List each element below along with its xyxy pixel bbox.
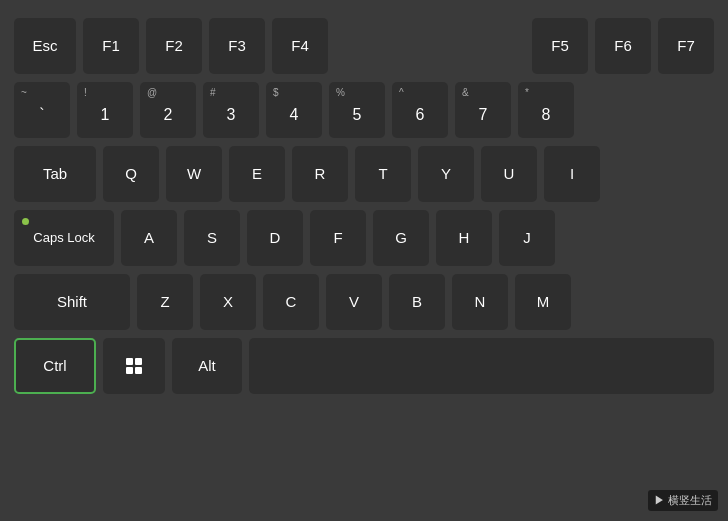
- key-s[interactable]: S: [184, 210, 240, 266]
- key-m[interactable]: M: [515, 274, 571, 330]
- key-f2[interactable]: F2: [146, 18, 202, 74]
- key-6[interactable]: ^ 6: [392, 82, 448, 138]
- key-2[interactable]: @ 2: [140, 82, 196, 138]
- asdf-row: Caps Lock A S D F G H J: [14, 210, 714, 266]
- watermark: ▶ 横竖生活: [648, 490, 718, 511]
- key-f[interactable]: F: [310, 210, 366, 266]
- key-y[interactable]: Y: [418, 146, 474, 202]
- key-v[interactable]: V: [326, 274, 382, 330]
- key-t[interactable]: T: [355, 146, 411, 202]
- key-backtick[interactable]: ~ `: [14, 82, 70, 138]
- key-b[interactable]: B: [389, 274, 445, 330]
- qwerty-row: Tab Q W E R T Y U I: [14, 146, 714, 202]
- key-d[interactable]: D: [247, 210, 303, 266]
- key-n[interactable]: N: [452, 274, 508, 330]
- bottom-row: Ctrl Alt: [14, 338, 714, 394]
- key-8[interactable]: * 8: [518, 82, 574, 138]
- key-f5[interactable]: F5: [532, 18, 588, 74]
- key-win[interactable]: [103, 338, 165, 394]
- key-f7[interactable]: F7: [658, 18, 714, 74]
- number-row: ~ ` ! 1 @ 2 # 3 $ 4 % 5 ^ 6 & 7: [14, 82, 714, 138]
- key-esc[interactable]: Esc: [14, 18, 76, 74]
- key-x[interactable]: X: [200, 274, 256, 330]
- key-g[interactable]: G: [373, 210, 429, 266]
- key-tab[interactable]: Tab: [14, 146, 96, 202]
- key-4[interactable]: $ 4: [266, 82, 322, 138]
- key-i[interactable]: I: [544, 146, 600, 202]
- key-q[interactable]: Q: [103, 146, 159, 202]
- key-7[interactable]: & 7: [455, 82, 511, 138]
- capslock-indicator: [22, 218, 29, 225]
- key-r[interactable]: R: [292, 146, 348, 202]
- key-f3[interactable]: F3: [209, 18, 265, 74]
- key-w[interactable]: W: [166, 146, 222, 202]
- key-f4[interactable]: F4: [272, 18, 328, 74]
- key-f1[interactable]: F1: [83, 18, 139, 74]
- keyboard: Esc F1 F2 F3 F4 F5 F6 F7 ~ ` ! 1 @ 2 # 3…: [0, 0, 728, 521]
- key-e[interactable]: E: [229, 146, 285, 202]
- key-5[interactable]: % 5: [329, 82, 385, 138]
- key-ctrl[interactable]: Ctrl: [14, 338, 96, 394]
- windows-icon: [126, 358, 142, 374]
- function-row: Esc F1 F2 F3 F4 F5 F6 F7: [14, 18, 714, 74]
- key-u[interactable]: U: [481, 146, 537, 202]
- key-a[interactable]: A: [121, 210, 177, 266]
- key-h[interactable]: H: [436, 210, 492, 266]
- key-alt[interactable]: Alt: [172, 338, 242, 394]
- key-capslock[interactable]: Caps Lock: [14, 210, 114, 266]
- key-f6[interactable]: F6: [595, 18, 651, 74]
- key-3[interactable]: # 3: [203, 82, 259, 138]
- key-space[interactable]: [249, 338, 714, 394]
- key-z[interactable]: Z: [137, 274, 193, 330]
- key-j[interactable]: J: [499, 210, 555, 266]
- key-c[interactable]: C: [263, 274, 319, 330]
- key-shift[interactable]: Shift: [14, 274, 130, 330]
- key-1[interactable]: ! 1: [77, 82, 133, 138]
- zxcv-row: Shift Z X C V B N M: [14, 274, 714, 330]
